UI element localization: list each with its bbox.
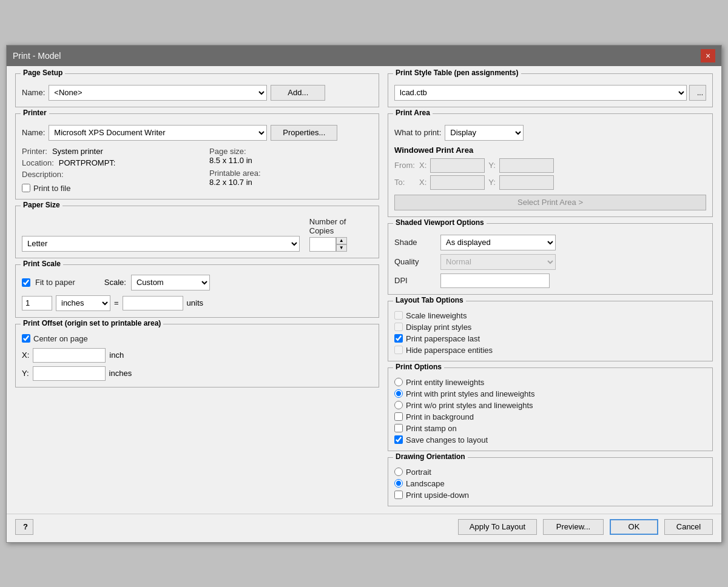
page-size-val: 8.5 x 11.0 in [209,156,372,165]
center-on-page-checkbox[interactable] [22,334,30,343]
paper-size-label: Paper Size [21,201,62,209]
dialog-title: Print - Model [13,51,61,61]
display-print-styles-label: Display print styles [406,323,471,332]
y-input[interactable]: 1.2471 [33,366,106,381]
shade-select[interactable]: As displayed [440,235,556,250]
printer-section: Printer Name: Microsoft XPS Document Wri… [15,113,379,200]
title-bar: Print - Model × [7,45,721,66]
close-button[interactable]: × [701,49,715,62]
units2-label: units [187,298,203,307]
printer-label: Printer [21,109,49,117]
scale-select[interactable]: Custom [131,275,210,290]
x-to-label: X: [419,178,426,187]
bottom-bar: ? Apply To Layout Preview... OK Cancel [7,514,721,542]
layout-tab-options-label: Layout Tab Options [393,296,466,304]
radio-landscape-label: Landscape [406,479,445,488]
radio-entity-lineweights[interactable] [394,378,403,386]
print-style-ellipsis-button[interactable]: ... [689,85,706,101]
print-to-file-checkbox[interactable] [22,184,30,192]
left-column: Page Setup Name: <None> Add... Printer N… [15,73,379,506]
help-button[interactable]: ? [15,519,33,535]
copies-label: Number of Copies [309,217,372,235]
printer-location-label: Location: [22,158,54,167]
fit-to-paper-label: Fit to paper [35,278,75,287]
to-label: To: [394,178,416,187]
print-style-table-label: Print Style Table (pen assignments) [393,69,521,77]
quality-select[interactable]: Normal [440,254,556,270]
print-style-table-select[interactable]: lcad.ctb [394,85,687,101]
save-changes-label: Save changes to layout [406,435,488,444]
scale-value1-input[interactable]: 1 [22,296,52,310]
radio-without-styles[interactable] [394,401,403,409]
y-unit: inches [109,369,132,378]
copies-down-button[interactable]: ▼ [336,244,347,252]
x-from-input[interactable]: 0.0000 [430,158,485,173]
printer-name-select[interactable]: Microsoft XPS Document Writer [49,125,267,141]
radio-with-styles[interactable] [394,389,403,398]
scale-lineweights-label: Scale lineweights [406,311,467,320]
x-to-input[interactable]: 0.0000 [430,175,485,190]
print-scale-section: Print Scale Fit to paper Scale: Custom 1… [15,264,379,318]
paper-size-select[interactable]: Letter [22,236,300,252]
print-area-section: Print Area What to print: Display Window… [388,113,713,217]
radio-entity-lineweights-label: Print entity lineweights [406,378,484,387]
print-offset-label: Print Offset (origin set to printable ar… [21,319,163,327]
radio-landscape[interactable] [394,479,403,488]
from-label: From: [394,161,416,170]
properties-button[interactable]: Properties... [271,125,337,141]
shade-label: Shade [394,238,437,247]
print-options-label: Print Options [393,363,444,371]
radio-with-styles-label: Print with print styles and lineweights [406,389,534,398]
hide-paperspace-entities-label: Hide paperspace entities [406,346,493,355]
print-upside-down-label: Print upside-down [406,491,469,500]
display-print-styles-checkbox[interactable] [394,323,403,331]
copies-spinner: 1 ▲ ▼ [309,237,347,252]
add-button[interactable]: Add... [271,85,325,101]
radio-without-styles-label: Print w/o print styles and lineweights [406,401,533,410]
dpi-input[interactable]: 0 [440,273,550,288]
what-to-print-select[interactable]: Display [445,125,524,141]
center-on-page-label: Center on page [33,334,88,343]
printer-location-val: PORTPROMPT: [59,158,116,167]
print-options-section: Print Options Print entity lineweights P… [388,367,713,451]
printer-printer-label: Printer: [22,147,47,156]
print-stamp-on-label: Print stamp on [406,424,457,433]
print-area-label: Print Area [393,109,433,117]
page-setup-section: Page Setup Name: <None> Add... [15,73,379,107]
page-size-label: Page size: [209,147,372,156]
y-from-input[interactable]: 0.0000 [499,158,554,173]
print-to-file-label: Print to file [33,184,70,193]
what-to-print-label: What to print: [394,128,441,137]
printable-area-label: Printable area: [209,169,372,178]
print-upside-down-checkbox[interactable] [394,491,403,499]
radio-portrait[interactable] [394,468,403,476]
shaded-viewport-label: Shaded Viewport Options [393,218,487,227]
select-print-area-button[interactable]: Select Print Area > [394,195,706,210]
print-stamp-on-checkbox[interactable] [394,424,403,432]
page-setup-name-select[interactable]: <None> [49,85,267,101]
apply-to-layout-button[interactable]: Apply To Layout [458,519,537,535]
units-select[interactable]: inches [56,295,110,311]
x-input[interactable]: 0.0000 [33,348,106,363]
copies-up-button[interactable]: ▲ [336,237,347,244]
radio-portrait-label: Portrait [406,468,431,477]
scale-lineweights-checkbox[interactable] [394,311,403,320]
printable-area-val: 8.2 x 10.7 in [209,178,372,187]
y-label: Y: [22,369,29,378]
print-in-background-checkbox[interactable] [394,412,403,421]
hide-paperspace-entities-checkbox[interactable] [394,346,403,354]
shaded-viewport-section: Shaded Viewport Options Shade As display… [388,223,713,295]
print-in-background-label: Print in background [406,412,474,421]
y-to-input[interactable]: 0.0000 [499,175,554,190]
cancel-button[interactable]: Cancel [664,519,713,535]
drawing-orientation-label: Drawing Orientation [393,452,468,461]
printer-description-label: Description: [22,170,64,179]
dialog-body: Page Setup Name: <None> Add... Printer N… [7,66,721,514]
print-paperspace-last-checkbox[interactable] [394,334,403,343]
save-changes-checkbox[interactable] [394,435,403,444]
copies-input[interactable]: 1 [309,237,336,252]
ok-button[interactable]: OK [610,519,658,535]
units2-input[interactable]: 32312.8174 [123,296,183,310]
preview-button[interactable]: Preview... [543,519,604,535]
fit-to-paper-checkbox[interactable] [22,278,30,287]
